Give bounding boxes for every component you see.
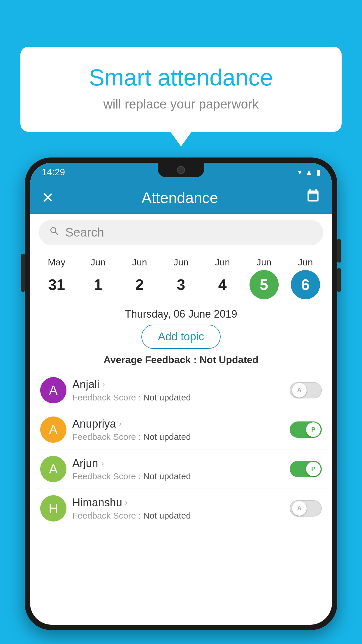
power-button — [21, 254, 25, 292]
student-name-himanshu: Himanshu › — [72, 496, 284, 509]
avatar-arjun: A — [40, 456, 66, 482]
phone-camera — [177, 166, 185, 174]
chevron-icon: › — [101, 459, 104, 468]
student-item-himanshu[interactable]: H Himanshu › Feedback Score : Not update… — [36, 489, 326, 528]
toggle-knob-arjun: P — [306, 462, 321, 476]
student-feedback-arjun: Feedback Score : Not updated — [72, 471, 284, 481]
speech-bubble-subtitle: will replace your paperwork — [44, 97, 318, 111]
calendar-row: May 31 Jun 1 Jun 2 Jun 3 Jun 4 — [30, 251, 332, 302]
student-name-arjun: Arjun › — [72, 457, 284, 470]
close-icon[interactable]: ✕ — [42, 189, 54, 206]
volume-down-button — [337, 268, 341, 292]
average-feedback: Average Feedback : Not Updated — [30, 349, 332, 371]
cal-day-jun6[interactable]: Jun 6 — [287, 257, 324, 299]
search-icon — [49, 226, 60, 239]
toggle-knob-anjali: A — [292, 383, 307, 398]
student-info-anjali: Anjali › Feedback Score : Not updated — [72, 378, 284, 402]
student-feedback-himanshu: Feedback Score : Not updated — [72, 511, 284, 521]
calendar-icon[interactable] — [306, 189, 320, 207]
avg-feedback-label: Average Feedback : — [103, 354, 199, 365]
phone-screen: 14:29 ▾ ▲ ▮ ✕ Attendance — [30, 163, 332, 625]
chevron-icon: › — [102, 380, 105, 389]
avatar-anjali: A — [40, 377, 66, 403]
student-name-anupriya: Anupriya › — [72, 418, 284, 430]
search-input[interactable]: Search — [65, 225, 104, 239]
status-icons: ▾ ▲ ▮ — [298, 168, 320, 177]
cal-day-jun1[interactable]: Jun 1 — [79, 257, 117, 299]
wifi-icon: ▾ — [298, 168, 302, 177]
student-info-himanshu: Himanshu › Feedback Score : Not updated — [72, 496, 284, 521]
student-info-arjun: Arjun › Feedback Score : Not updated — [72, 457, 284, 481]
toggle-arjun[interactable]: P — [290, 461, 322, 477]
toggle-knob-himanshu: A — [292, 501, 307, 516]
avg-feedback-value: Not Updated — [200, 354, 259, 365]
phone-notch — [158, 163, 204, 177]
phone-outer: 14:29 ▾ ▲ ▮ ✕ Attendance — [25, 158, 337, 630]
status-time: 14:29 — [42, 167, 65, 178]
add-topic-button[interactable]: Add topic — [141, 325, 221, 349]
avatar-anupriya: A — [40, 416, 66, 443]
speech-bubble-title: Smart attendance — [44, 64, 318, 91]
speech-bubble: Smart attendance will replace your paper… — [20, 47, 342, 132]
chevron-icon: › — [125, 498, 128, 507]
cal-day-jun4[interactable]: Jun 4 — [203, 257, 241, 299]
student-info-anupriya: Anupriya › Feedback Score : Not updated — [72, 418, 284, 442]
avatar-himanshu: H — [40, 495, 66, 522]
toggle-himanshu[interactable]: A — [290, 500, 322, 517]
signal-icon: ▲ — [305, 168, 313, 177]
student-list: A Anjali › Feedback Score : Not updated … — [30, 371, 332, 528]
toggle-anupriya[interactable]: P — [290, 421, 322, 438]
battery-icon: ▮ — [316, 168, 320, 177]
student-item-anupriya[interactable]: A Anupriya › Feedback Score : Not update… — [36, 410, 326, 449]
chevron-icon: › — [119, 419, 122, 428]
app-bar-title: Attendance — [141, 189, 218, 206]
volume-up-button — [337, 239, 341, 262]
toggle-knob-anupriya: P — [306, 422, 321, 437]
app-bar: ✕ Attendance — [30, 182, 332, 214]
selected-date-label: Thursday, 06 June 2019 — [30, 302, 332, 325]
student-item-arjun[interactable]: A Arjun › Feedback Score : Not updated P — [36, 449, 326, 489]
cal-day-may31[interactable]: May 31 — [38, 257, 75, 299]
student-item-anjali[interactable]: A Anjali › Feedback Score : Not updated … — [36, 371, 326, 410]
speech-bubble-container: Smart attendance will replace your paper… — [20, 47, 342, 132]
cal-day-jun2[interactable]: Jun 2 — [121, 257, 159, 299]
phone-container: 14:29 ▾ ▲ ▮ ✕ Attendance — [25, 158, 337, 644]
student-name-anjali: Anjali › — [72, 378, 284, 391]
toggle-anjali[interactable]: A — [290, 382, 322, 398]
student-feedback-anjali: Feedback Score : Not updated — [72, 393, 284, 402]
student-feedback-anupriya: Feedback Score : Not updated — [72, 432, 284, 442]
search-bar[interactable]: Search — [39, 220, 323, 245]
cal-day-jun5[interactable]: Jun 5 — [245, 257, 283, 299]
cal-day-jun3[interactable]: Jun 3 — [162, 257, 200, 299]
